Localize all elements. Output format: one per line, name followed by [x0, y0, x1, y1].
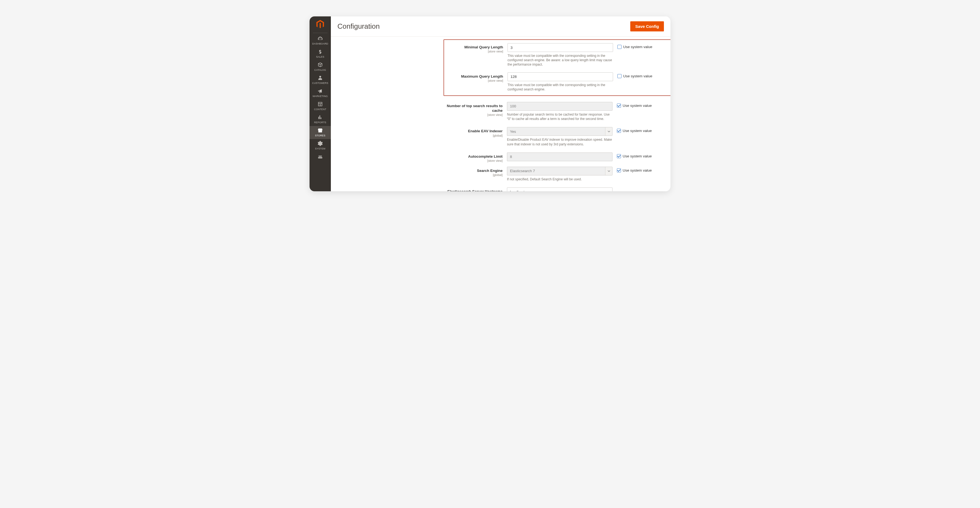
magento-logo: [315, 19, 325, 30]
select-value: Yes: [510, 130, 516, 133]
field-hint: Enable/Disable Product EAV indexer to im…: [507, 137, 612, 146]
sidebar-item-label: CUSTOMERS: [312, 82, 328, 84]
sidebar-item-label: MARKETING: [313, 95, 328, 98]
checkbox-icon: [617, 45, 622, 49]
checkbox-icon: [617, 74, 622, 78]
chevron-down-icon: [605, 127, 612, 135]
field-es-server-hostname: Elasticsearch Server Hostname [global] x: [444, 186, 670, 191]
sidebar-item-label: DASHBOARD: [312, 42, 328, 45]
main-area: Configuration Save Config Minimal Query …: [331, 16, 670, 191]
sidebar-item-label: REPORTS: [314, 121, 326, 124]
scope-label: [store view]: [446, 79, 503, 82]
use-system-value-toggle[interactable]: Use system value: [617, 102, 652, 108]
page-title: Configuration: [337, 22, 380, 30]
field-label: Search Engine: [477, 168, 503, 173]
use-system-value-label: Use system value: [623, 103, 652, 108]
use-system-value-label: Use system value: [623, 129, 652, 133]
use-system-value-label: Use system value: [623, 74, 652, 78]
field-minimal-query-length: Minimal Query Length [store view] This v…: [446, 41, 670, 67]
sidebar-item-dashboard[interactable]: DASHBOARD: [310, 34, 331, 47]
sidebar-item-system[interactable]: SYSTEM: [310, 139, 331, 152]
dollar-icon: [317, 49, 323, 54]
sidebar-item-customers[interactable]: CUSTOMERS: [310, 73, 331, 87]
scope-label: [store view]: [446, 159, 503, 162]
field-label: Number of top search results to cache: [447, 104, 503, 113]
bars-icon: [317, 114, 323, 120]
use-system-value-label: Use system value: [623, 168, 652, 172]
admin-window: DASHBOARD SALES CATALOG CUSTOMERS MARKET…: [310, 16, 670, 191]
admin-sidebar: DASHBOARD SALES CATALOG CUSTOMERS MARKET…: [310, 16, 331, 191]
sidebar-item-label: CONTENT: [314, 108, 326, 111]
checkbox-icon: [617, 103, 621, 108]
sidebar-item-sales[interactable]: SALES: [310, 47, 331, 60]
use-system-value-toggle[interactable]: Use system value: [617, 167, 652, 172]
store-icon: [317, 128, 323, 133]
field-maximum-query-length: Maximum Query Length [store view] This v…: [446, 71, 670, 92]
gauge-icon: [317, 36, 323, 41]
use-system-value-toggle[interactable]: Use system value: [617, 72, 652, 78]
gear-icon: [317, 141, 323, 146]
field-search-engine: Search Engine [global] Elasticsearch 7 I…: [444, 165, 670, 181]
checkbox-icon: [617, 154, 621, 158]
checkbox-icon: [617, 168, 621, 172]
checkbox-icon: [617, 129, 621, 133]
sidebar-item-stores[interactable]: STORES: [310, 126, 331, 139]
field-hint: If not specified, Default Search Engine …: [507, 177, 612, 181]
sidebar-item-marketing[interactable]: MARKETING: [310, 87, 331, 100]
sidebar-item-content[interactable]: CONTENT: [310, 100, 331, 113]
field-hint: This value must be compatible with the c…: [508, 83, 613, 92]
use-system-value-toggle[interactable]: Use system value: [617, 152, 652, 158]
use-system-value-label: Use system value: [623, 154, 652, 158]
eav-indexer-select: Yes: [507, 127, 612, 136]
field-enable-eav-indexer: Enable EAV Indexer [global] Yes Enable/D…: [444, 125, 670, 146]
es-hostname-input[interactable]: [507, 187, 612, 191]
maximum-query-length-input[interactable]: [508, 72, 613, 81]
minimal-query-length-input[interactable]: [508, 43, 613, 52]
field-top-search-results-cache: Number of top search results to cache [s…: [444, 100, 670, 121]
box-icon: [317, 62, 323, 68]
layout-icon: [317, 102, 323, 107]
scope-label: [store view]: [446, 113, 503, 116]
sidebar-item-reports[interactable]: REPORTS: [310, 113, 331, 126]
page-header: Configuration Save Config: [331, 16, 670, 37]
sidebar-item-catalog[interactable]: CATALOG: [310, 60, 331, 73]
save-config-button[interactable]: Save Config: [630, 21, 664, 32]
use-system-value-toggle[interactable]: Use system value: [617, 43, 652, 49]
sidebar-item-label: SYSTEM: [315, 147, 325, 150]
top-search-cache-input: [507, 102, 612, 111]
sidebar-item-partners[interactable]: [310, 152, 331, 163]
scope-label: [store view]: [446, 50, 503, 53]
field-hint: This value must be compatible with the c…: [508, 54, 613, 67]
partners-icon: [317, 154, 323, 159]
highlighted-fields: Minimal Query Length [store view] This v…: [444, 39, 670, 96]
scope-label: [global]: [446, 173, 503, 176]
scope-label: [global]: [446, 134, 503, 137]
field-hint: Number of popular search terms to be cac…: [507, 112, 612, 121]
person-icon: [317, 75, 323, 81]
megaphone-icon: [317, 88, 323, 94]
use-system-value-toggle[interactable]: Use system value: [617, 127, 652, 133]
field-label: Maximum Query Length: [461, 74, 503, 78]
field-label: Elasticsearch Server Hostname: [447, 189, 503, 191]
chevron-down-icon: [605, 167, 612, 175]
config-content: Minimal Query Length [store view] This v…: [331, 37, 670, 191]
sidebar-item-label: SALES: [316, 56, 324, 58]
select-value: Elasticsearch 7: [510, 169, 535, 173]
field-label: Minimal Query Length: [464, 45, 503, 49]
field-label: Autocomplete Limit: [468, 154, 503, 159]
field-autocomplete-limit: Autocomplete Limit [store view] Use syst…: [444, 151, 670, 162]
use-system-value-label: Use system value: [623, 45, 652, 49]
sidebar-divider: [313, 33, 328, 33]
sidebar-item-label: STORES: [315, 134, 325, 137]
search-engine-select: Elasticsearch 7: [507, 167, 612, 175]
field-label: Enable EAV Indexer: [468, 129, 503, 133]
autocomplete-limit-input: [507, 152, 612, 161]
sidebar-item-label: CATALOG: [315, 68, 326, 71]
